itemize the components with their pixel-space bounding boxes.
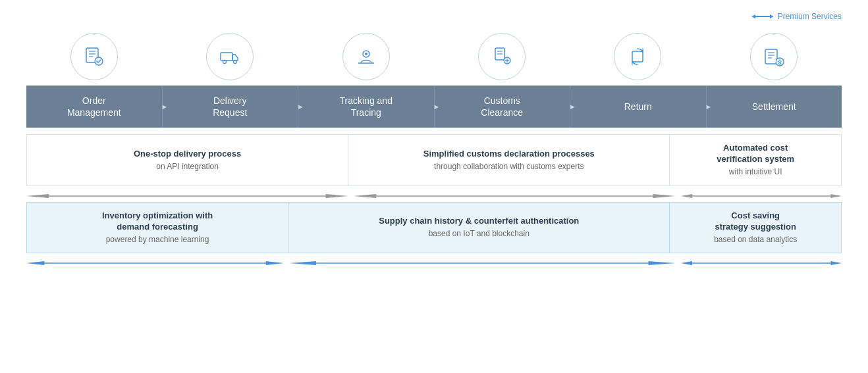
feature-block-one-stop: One-stop delivery process on API integra… xyxy=(27,135,348,185)
svg-marker-37 xyxy=(26,261,44,265)
feature-row-2: Inventory optimization with demand forec… xyxy=(26,202,842,253)
svg-text:$: $ xyxy=(778,59,781,66)
feature-title-inventory: Inventory optimization with demand forec… xyxy=(102,211,213,233)
feature-title-one-stop: One-stop delivery process xyxy=(134,149,241,160)
svg-rect-20 xyxy=(632,51,643,62)
step-label-order: OrderManagement xyxy=(67,95,121,118)
header-cell-tracking-tracing: Tracking andTracing ► xyxy=(298,86,435,128)
svg-marker-31 xyxy=(354,194,376,198)
legend: Premium Services xyxy=(751,12,842,21)
feature-section: One-stop delivery process on API integra… xyxy=(26,134,842,269)
grey-arrow-left-1 xyxy=(26,193,348,199)
icon-delivery-request xyxy=(162,33,298,80)
blue-arrow-right-2 xyxy=(681,260,842,266)
icon-settlement: $ xyxy=(706,33,842,80)
step-label-return: Return xyxy=(624,101,652,112)
feature-title-automated: Automated cost verification system xyxy=(717,143,794,165)
svg-marker-35 xyxy=(830,194,842,198)
legend-label: Premium Services xyxy=(778,12,842,21)
feature-row-1: One-stop delivery process on API integra… xyxy=(26,134,842,186)
step-arrow-4: ► xyxy=(569,102,576,111)
arrow-row-2 xyxy=(26,257,842,269)
svg-marker-1 xyxy=(751,14,755,18)
step-arrow-5: ► xyxy=(705,102,713,111)
svg-marker-28 xyxy=(26,194,49,198)
svg-marker-43 xyxy=(681,261,692,265)
feature-subtitle-automated: with intuitive UI xyxy=(729,167,782,178)
step-label-customs: CustomsClearance xyxy=(481,95,523,118)
step-label-settlement: Settlement xyxy=(752,101,796,112)
arrow-row-1 xyxy=(26,190,842,202)
feature-block-cost-saving: Cost saving strategy suggestion based on… xyxy=(670,203,841,253)
blue-arrow-left-2 xyxy=(26,260,284,266)
header-cell-order-management: OrderManagement ► xyxy=(26,86,163,128)
icon-order-management xyxy=(26,33,162,80)
header-cell-return: Return ► xyxy=(570,86,707,128)
svg-point-7 xyxy=(95,57,103,65)
step-label-delivery: DeliveryRequest xyxy=(213,95,247,118)
svg-marker-40 xyxy=(289,261,316,265)
blue-arrow-mid-2 xyxy=(289,260,676,266)
svg-rect-8 xyxy=(221,53,232,61)
step-label-tracking: Tracking andTracing xyxy=(340,95,393,118)
step-arrow-2: ► xyxy=(297,102,304,111)
svg-marker-44 xyxy=(830,261,842,265)
feature-title-supply: Supply chain history & counterfeit authe… xyxy=(379,216,579,227)
icon-tracking-tracing xyxy=(298,33,434,80)
step-arrow-3: ► xyxy=(433,102,441,111)
header-bar: OrderManagement ► DeliveryRequest ► Trac… xyxy=(26,86,842,128)
feature-subtitle-inventory: powered by machine learning xyxy=(106,235,209,245)
header-cell-settlement: Settlement xyxy=(707,86,842,128)
feature-title-simplified: Simplified customs declaration processes xyxy=(423,149,595,160)
feature-block-automated-cost: Automated cost verification system with … xyxy=(670,135,841,185)
header-cell-customs-clearance: CustomsClearance ► xyxy=(435,86,571,128)
svg-marker-2 xyxy=(770,14,774,18)
icon-customs-clearance xyxy=(434,33,570,80)
svg-marker-29 xyxy=(326,194,348,198)
svg-marker-38 xyxy=(266,261,284,265)
feature-title-cost-saving: Cost saving strategy suggestion xyxy=(715,211,796,233)
feature-subtitle-one-stop: on API integration xyxy=(156,162,219,172)
feature-block-supply-chain: Supply chain history & counterfeit authe… xyxy=(288,203,670,253)
step-arrow-1: ► xyxy=(161,102,169,111)
svg-rect-21 xyxy=(765,49,777,64)
icons-row: $ xyxy=(26,33,842,80)
feature-subtitle-simplified: through collaboration with customs exper… xyxy=(434,162,583,172)
icon-return xyxy=(570,33,705,80)
feature-block-inventory: Inventory optimization with demand forec… xyxy=(27,203,288,253)
svg-marker-41 xyxy=(649,261,676,265)
svg-marker-32 xyxy=(653,194,675,198)
main-container: Premium Services xyxy=(0,0,868,373)
feature-subtitle-cost-saving: based on data analytics xyxy=(714,235,797,245)
feature-subtitle-supply: based on IoT and blockchain xyxy=(429,229,529,239)
feature-block-simplified-customs: Simplified customs declaration processes… xyxy=(348,135,670,185)
legend-arrow-icon xyxy=(751,13,774,20)
svg-marker-34 xyxy=(681,194,692,198)
grey-arrow-last-1 xyxy=(681,193,842,199)
grey-arrow-right-1 xyxy=(354,193,676,199)
svg-point-12 xyxy=(365,53,367,55)
header-cell-delivery-request: DeliveryRequest ► xyxy=(163,86,299,128)
